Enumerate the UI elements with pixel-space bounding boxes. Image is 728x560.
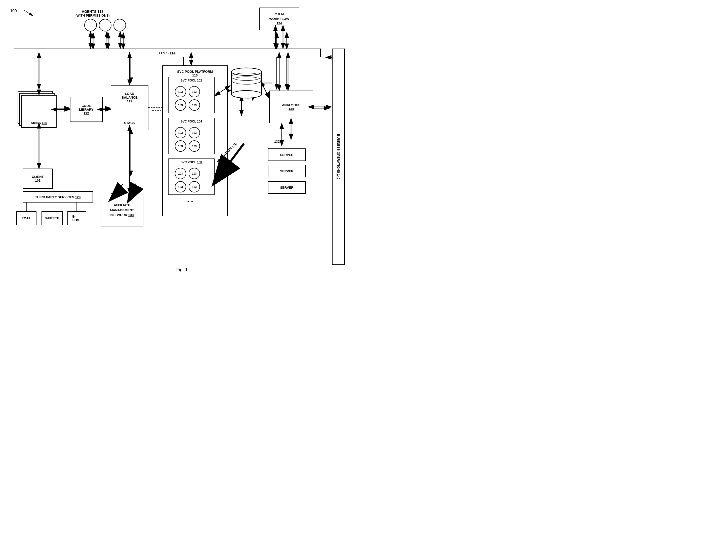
ref-132-label: 132: [274, 140, 280, 143]
svc-103-11: 103: [175, 181, 186, 192]
svc-103-3: 103: [175, 99, 186, 111]
business-ops-label: BUSINESS OPERATIONS 140: [337, 134, 340, 179]
svg-line-27: [24, 10, 33, 16]
server-1-box: SERVER: [268, 148, 306, 161]
services-dots: . . .: [90, 216, 99, 220]
diagram: 100 AGENTS 118 (WITH PERMISSIONS) C R MW…: [0, 0, 364, 280]
business-ops-bar: BUSINESS OPERATIONS 140: [332, 49, 345, 265]
svc-pool-102-box: SVC POOL 102 103 103 103 103: [168, 77, 215, 113]
svg-line-37: [214, 143, 244, 184]
agents-label: AGENTS 118 (WITH PERMISSIONS): [75, 10, 110, 17]
svc-dots: • •: [187, 199, 193, 204]
svc-103-10: 103: [189, 168, 200, 179]
agent-circle-1: [84, 19, 97, 31]
svc-103-12: 103: [189, 181, 200, 192]
ecom-box: E-COM: [67, 211, 86, 225]
email-box: EMAIL: [16, 211, 36, 225]
svc-103-5: 103: [175, 127, 186, 138]
svg-point-32: [231, 91, 262, 98]
svc-103-6: 103: [189, 127, 200, 138]
svc-103-9: 103: [175, 168, 186, 179]
server-3-box: SERVER: [268, 181, 306, 194]
code-library-box: CODELIBRARY122: [70, 97, 103, 122]
agent-circle-2: [99, 19, 111, 31]
oss-bar: O S S 114: [14, 49, 321, 57]
affiliate-box: AFFILIATEMANAGEMENTNETWORK 138: [101, 194, 143, 226]
server-2-box: SERVER: [268, 165, 306, 177]
figure-label: Fig. 1: [176, 267, 188, 272]
website-box: WEBSITE: [42, 211, 63, 225]
svc-103-8: 103: [189, 140, 200, 152]
svc-103-1: 103: [175, 86, 186, 97]
svg-point-33: [231, 68, 262, 75]
agent-circle-3: [113, 19, 126, 31]
analytics-box: ANALYTICS134: [269, 91, 313, 123]
skins-page-1: SKINS 120: [21, 95, 57, 128]
svc-103-7: 103: [175, 140, 186, 152]
third-party-box: THIRD PARTY SERVICES 128: [23, 191, 93, 203]
svc-103-4: 103: [189, 99, 200, 111]
load-balance-box: LOADBALANCE112 STACK: [111, 85, 148, 130]
crm-workflow-box: C R MWORKFLOW 124: [259, 8, 299, 30]
svg-line-57: [263, 86, 269, 98]
svc-103-2: 103: [189, 86, 200, 97]
client-box: CLIENT101: [23, 169, 53, 189]
